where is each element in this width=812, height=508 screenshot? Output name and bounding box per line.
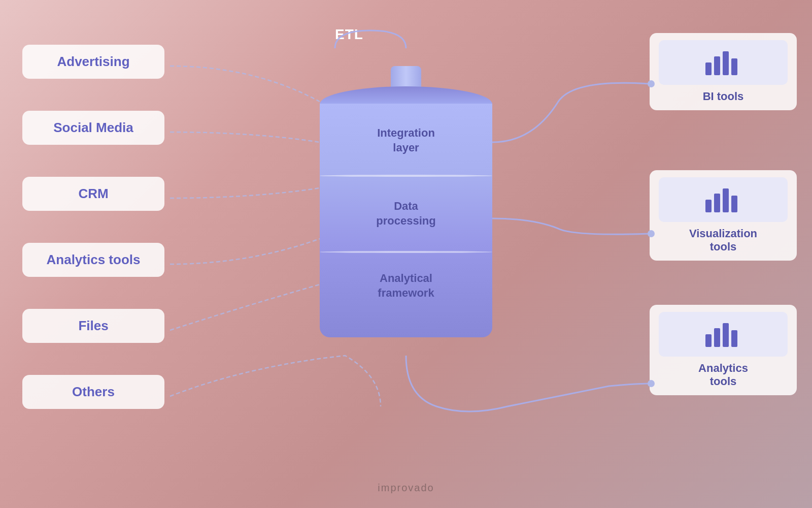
- svg-rect-8: [705, 334, 712, 347]
- source-box-advertising: Advertising: [22, 45, 164, 79]
- svg-rect-1: [714, 56, 720, 75]
- layer-label-analytical-framework: Analyticalframework: [320, 271, 492, 300]
- source-box-analytics-tools: Analytics tools: [22, 243, 164, 277]
- source-label-files: Files: [78, 318, 108, 333]
- layer-label-integration: Integrationlayer: [320, 126, 492, 155]
- source-box-others: Others: [22, 375, 164, 409]
- source-label-others: Others: [72, 384, 115, 399]
- svg-rect-9: [714, 328, 720, 347]
- layer-divider-2: [320, 251, 492, 253]
- svg-rect-6: [723, 188, 729, 212]
- svg-rect-0: [705, 62, 712, 75]
- svg-rect-10: [723, 323, 729, 347]
- output-label-bi-tools: BI tools: [659, 90, 788, 103]
- bi-tools-chart: [659, 40, 788, 85]
- output-box-analytics-tools: Analyticstools: [650, 305, 797, 395]
- bar-chart-icon-bi: [703, 47, 743, 78]
- source-box-crm: CRM: [22, 177, 164, 211]
- bar-chart-icon-viz: [703, 184, 743, 215]
- diagram-container: ETL Advertising Social Media CRM Analyti…: [0, 0, 812, 508]
- source-box-social-media: Social Media: [22, 111, 164, 145]
- analytics-tools-chart: [659, 312, 788, 357]
- cylinder-body: Integrationlayer Dataprocessing Analytic…: [320, 104, 492, 337]
- output-box-visualization-tools: Visualizationtools: [650, 170, 797, 261]
- cylinder: Integrationlayer Dataprocessing Analytic…: [320, 66, 492, 351]
- etl-label: ETL: [335, 26, 363, 43]
- source-label-advertising: Advertising: [57, 54, 129, 69]
- source-label-social-media: Social Media: [53, 120, 133, 135]
- viz-tools-chart: [659, 177, 788, 222]
- svg-rect-3: [731, 58, 737, 75]
- layer-divider-1: [320, 175, 492, 177]
- source-label-analytics-tools: Analytics tools: [47, 252, 141, 267]
- layer-label-data-processing: Dataprocessing: [320, 199, 492, 228]
- output-label-analytics-tools-out: Analyticstools: [659, 362, 788, 388]
- watermark: improvado: [378, 482, 434, 494]
- source-box-files: Files: [22, 309, 164, 343]
- output-label-visualization-tools: Visualizationtools: [659, 227, 788, 253]
- svg-rect-7: [731, 196, 737, 212]
- svg-rect-5: [714, 194, 720, 212]
- svg-rect-4: [705, 200, 712, 212]
- source-label-crm: CRM: [78, 186, 108, 201]
- bar-chart-icon-analytics: [703, 319, 743, 350]
- svg-rect-2: [723, 51, 729, 75]
- output-box-bi-tools: BI tools: [650, 33, 797, 110]
- svg-rect-11: [731, 330, 737, 347]
